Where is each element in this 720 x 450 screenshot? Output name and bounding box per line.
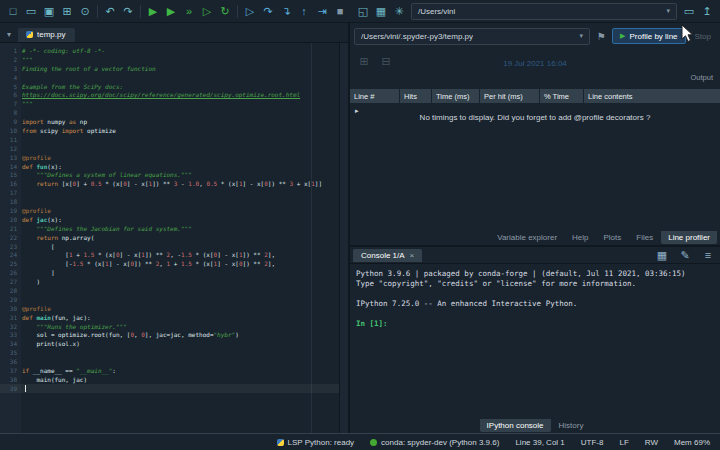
panes-layout-icon[interactable]: ▦: [372, 2, 390, 20]
status-lsp-status[interactable]: LSP Python: ready: [277, 438, 355, 447]
code-line[interactable]: 9import numpy as np: [0, 117, 339, 126]
status-permissions[interactable]: RW: [645, 438, 658, 447]
undo-icon[interactable]: ↶: [101, 2, 119, 20]
save-all-icon[interactable]: ⊞: [58, 2, 76, 20]
stop-profiling-button[interactable]: Stop: [690, 28, 716, 44]
code-line[interactable]: 17: [0, 188, 339, 197]
code-line[interactable]: 23 [: [0, 242, 339, 251]
code-line[interactable]: 10from scipy import optimize: [0, 126, 339, 135]
code-line[interactable]: 34 print(sol.x): [0, 339, 339, 348]
preferences-icon[interactable]: ✳: [390, 2, 408, 20]
column-header-hits[interactable]: Hits: [400, 89, 432, 103]
code-line[interactable]: 21 """Defines the Jacobian for said syst…: [0, 224, 339, 233]
column-header-time-ms-[interactable]: Time (ms): [432, 89, 480, 103]
tab-help[interactable]: Help: [565, 231, 595, 244]
code-line[interactable]: 19@profile: [0, 206, 339, 215]
working-directory-combo[interactable]: /Users/vini ▾: [411, 3, 677, 20]
status-cursor-position[interactable]: Line 39, Col 1: [515, 438, 564, 447]
run-file-icon[interactable]: ▶: [144, 2, 162, 20]
browse-tabs-icon[interactable]: ▾: [2, 27, 16, 42]
column-header-line-contents[interactable]: Line contents: [584, 89, 720, 103]
redo-icon[interactable]: ↷: [119, 2, 137, 20]
code-line[interactable]: 33 sol = optimize.root(fun, [0, 0], jac=…: [0, 331, 339, 340]
inspect-console-icon[interactable]: ▦: [653, 246, 671, 264]
code-line[interactable]: 18: [0, 197, 339, 206]
code-line[interactable]: 27 ): [0, 277, 339, 286]
code-line[interactable]: 24 [1 + 1.5 * (x[0] - x[1]) ** 2, -1.5 *…: [0, 250, 339, 259]
new-file-icon[interactable]: □: [4, 2, 22, 20]
console-tab-1a[interactable]: Console 1/A ×: [353, 249, 422, 262]
code-line[interactable]: 32 """Runs the optimizer.""": [0, 322, 339, 331]
close-icon[interactable]: ×: [410, 251, 415, 260]
code-line[interactable]: 11: [0, 135, 339, 144]
console-options-icon[interactable]: ≡: [699, 246, 717, 264]
code-editor[interactable]: 1# -*- coding: utf-8 -*-2"""3Finding the…: [0, 43, 348, 433]
code-line[interactable]: 25 [-1.5 * (x[1] - x[0]) ** 2, 1 + 1.5 *…: [0, 259, 339, 268]
code-line[interactable]: 36: [0, 357, 339, 366]
stop-debug-icon[interactable]: ■: [331, 2, 349, 20]
status-encoding[interactable]: UTF-8: [581, 438, 604, 447]
select-file-icon[interactable]: ⚑: [594, 31, 608, 42]
code-line[interactable]: 1# -*- coding: utf-8 -*-: [0, 46, 339, 55]
tab-ipython-console[interactable]: IPython console: [480, 419, 551, 432]
output-label[interactable]: Output: [690, 73, 713, 82]
tab-line-profiler[interactable]: Line profiler: [661, 231, 717, 244]
code-line[interactable]: 8: [0, 108, 339, 117]
tab-history[interactable]: History: [552, 419, 591, 432]
profiled-file-combo[interactable]: /Users/vini/.spyder-py3/temp.py ▾: [354, 28, 590, 45]
code-line[interactable]: 22 return np.array(: [0, 233, 339, 242]
tab-files[interactable]: Files: [629, 231, 660, 244]
code-line[interactable]: 4: [0, 73, 339, 82]
re-run-icon[interactable]: ↻: [216, 2, 234, 20]
code-line[interactable]: 39: [0, 384, 339, 393]
browse-working-dir-icon[interactable]: ▭: [680, 2, 698, 20]
run-cell-icon[interactable]: ▶: [162, 2, 180, 20]
rename-console-icon[interactable]: ✎: [676, 246, 694, 264]
save-file-icon[interactable]: ▣: [40, 2, 58, 20]
step-over-icon[interactable]: ↷: [259, 2, 277, 20]
code-line[interactable]: 29: [0, 295, 339, 304]
tab-plots[interactable]: Plots: [597, 231, 629, 244]
collapse-all-icon[interactable]: ⊟: [377, 52, 395, 70]
code-line[interactable]: 13@profile: [0, 153, 339, 162]
expand-all-icon[interactable]: ⊞: [355, 52, 373, 70]
debug-file-icon[interactable]: ▷: [241, 2, 259, 20]
code-line[interactable]: 6https://docs.scipy.org/doc/scipy/refere…: [0, 90, 339, 99]
code-line[interactable]: 15 """Defines a system of linear equatio…: [0, 170, 339, 179]
column-header-line-[interactable]: Line #: [350, 89, 400, 103]
step-out-icon[interactable]: ↑: [295, 2, 313, 20]
open-file-icon[interactable]: ▭: [22, 2, 40, 20]
status-eol[interactable]: LF: [619, 438, 628, 447]
editor-scrollbar[interactable]: [339, 43, 348, 433]
maximize-pane-icon[interactable]: ◱: [354, 2, 372, 20]
run-cell-advance-icon[interactable]: »: [180, 2, 198, 20]
parent-dir-icon[interactable]: ↥: [698, 2, 716, 20]
profile-by-line-button[interactable]: ▶ Profile by line: [612, 28, 685, 44]
code-line[interactable]: 3Finding the root of a vector function: [0, 64, 339, 73]
code-line[interactable]: 20def jac(x):: [0, 215, 339, 224]
code-line[interactable]: 31def main(fun, jac):: [0, 313, 339, 322]
code-line[interactable]: 35: [0, 348, 339, 357]
find-icon[interactable]: ⊙: [76, 2, 94, 20]
editor-tab-temp-py[interactable]: temp.py: [18, 28, 75, 42]
status-memory[interactable]: Mem 69%: [674, 438, 710, 447]
run-selection-icon[interactable]: ▷: [198, 2, 216, 20]
code-line[interactable]: 30@profile: [0, 304, 339, 313]
code-line[interactable]: 38 main(fun, jac): [0, 375, 339, 384]
status-conda-env[interactable]: conda: spyder-dev (Python 3.9.6): [370, 438, 499, 447]
code-line[interactable]: 28: [0, 286, 339, 295]
code-line[interactable]: 5Example from the SciPy docs:: [0, 82, 339, 91]
code-line[interactable]: 26 ]: [0, 268, 339, 277]
code-line[interactable]: 14def fun(x):: [0, 162, 339, 171]
code-line[interactable]: 2""": [0, 55, 339, 64]
code-line[interactable]: 37if __name__ == "__main__":: [0, 366, 339, 375]
column-header-per-hit-ms-[interactable]: Per hit (ms): [480, 89, 540, 103]
code-line[interactable]: 7""": [0, 99, 339, 108]
code-line[interactable]: 12: [0, 144, 339, 153]
console-output[interactable]: Python 3.9.6 | packaged by conda-forge |…: [350, 264, 720, 417]
step-into-icon[interactable]: ↴: [277, 2, 295, 20]
column-header--time[interactable]: % Time: [540, 89, 584, 103]
debug-continue-icon[interactable]: ⇥: [313, 2, 331, 20]
code-line[interactable]: 16 return [x[0] + 0.5 * (x[0] - x[1]) **…: [0, 179, 339, 188]
tab-variable-explorer[interactable]: Variable explorer: [490, 231, 564, 244]
